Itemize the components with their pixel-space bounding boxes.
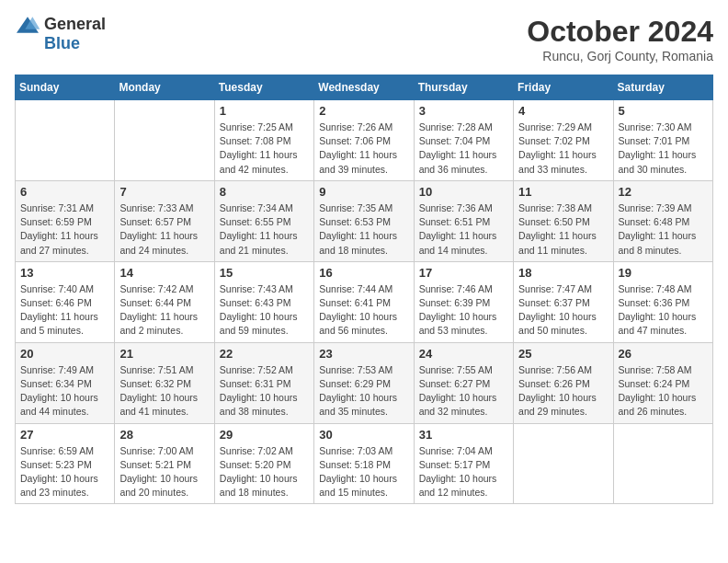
day-number: 16 xyxy=(319,266,408,280)
calendar-cell: 16Sunrise: 7:44 AM Sunset: 6:41 PM Dayli… xyxy=(314,261,414,342)
calendar-cell: 9Sunrise: 7:35 AM Sunset: 6:53 PM Daylig… xyxy=(314,180,414,261)
day-info: Sunrise: 7:25 AM Sunset: 7:08 PM Dayligh… xyxy=(220,121,309,177)
day-info: Sunrise: 7:26 AM Sunset: 7:06 PM Dayligh… xyxy=(319,121,408,177)
day-info: Sunrise: 7:55 AM Sunset: 6:27 PM Dayligh… xyxy=(419,363,508,419)
day-info: Sunrise: 7:42 AM Sunset: 6:44 PM Dayligh… xyxy=(119,282,209,339)
day-info: Sunrise: 7:52 AM Sunset: 6:31 PM Dayligh… xyxy=(220,363,309,419)
day-number: 8 xyxy=(220,185,309,199)
day-number: 9 xyxy=(319,185,408,199)
calendar-cell: 28Sunrise: 7:00 AM Sunset: 5:21 PM Dayli… xyxy=(115,423,214,504)
day-info: Sunrise: 7:30 AM Sunset: 7:01 PM Dayligh… xyxy=(619,121,708,177)
day-number: 14 xyxy=(119,266,209,280)
day-info: Sunrise: 7:53 AM Sunset: 6:29 PM Dayligh… xyxy=(319,363,408,419)
weekday-header-cell: Tuesday xyxy=(214,75,313,100)
calendar-cell: 19Sunrise: 7:48 AM Sunset: 6:36 PM Dayli… xyxy=(613,261,712,342)
day-info: Sunrise: 7:49 AM Sunset: 6:34 PM Dayligh… xyxy=(20,363,109,419)
day-number: 22 xyxy=(220,347,309,361)
day-number: 18 xyxy=(518,266,608,280)
day-info: Sunrise: 7:40 AM Sunset: 6:46 PM Dayligh… xyxy=(20,282,109,339)
day-number: 29 xyxy=(220,428,309,442)
day-number: 24 xyxy=(419,347,508,361)
day-info: Sunrise: 7:35 AM Sunset: 6:53 PM Dayligh… xyxy=(319,201,408,258)
day-info: Sunrise: 7:02 AM Sunset: 5:20 PM Dayligh… xyxy=(220,444,309,500)
day-number: 2 xyxy=(319,104,408,118)
calendar-week-row: 6Sunrise: 7:31 AM Sunset: 6:59 PM Daylig… xyxy=(16,180,713,261)
day-info: Sunrise: 7:28 AM Sunset: 7:04 PM Dayligh… xyxy=(419,121,508,177)
calendar-cell: 25Sunrise: 7:56 AM Sunset: 6:26 PM Dayli… xyxy=(514,342,613,423)
weekday-header-cell: Monday xyxy=(115,75,214,100)
calendar-cell: 1Sunrise: 7:25 AM Sunset: 7:08 PM Daylig… xyxy=(214,100,313,181)
calendar-cell: 27Sunrise: 6:59 AM Sunset: 5:23 PM Dayli… xyxy=(16,423,115,504)
calendar-cell: 10Sunrise: 7:36 AM Sunset: 6:51 PM Dayli… xyxy=(414,180,513,261)
day-number: 26 xyxy=(619,347,708,361)
day-number: 6 xyxy=(20,185,109,199)
day-info: Sunrise: 7:04 AM Sunset: 5:17 PM Dayligh… xyxy=(419,444,508,500)
day-number: 15 xyxy=(220,266,309,280)
calendar-cell: 11Sunrise: 7:38 AM Sunset: 6:50 PM Dayli… xyxy=(514,180,613,261)
calendar-body: 1Sunrise: 7:25 AM Sunset: 7:08 PM Daylig… xyxy=(16,100,713,504)
calendar-cell: 21Sunrise: 7:51 AM Sunset: 6:32 PM Dayli… xyxy=(115,342,214,423)
calendar-cell: 4Sunrise: 7:29 AM Sunset: 7:02 PM Daylig… xyxy=(514,100,613,181)
day-info: Sunrise: 7:44 AM Sunset: 6:41 PM Dayligh… xyxy=(319,282,408,339)
calendar-cell: 20Sunrise: 7:49 AM Sunset: 6:34 PM Dayli… xyxy=(16,342,115,423)
day-info: Sunrise: 7:36 AM Sunset: 6:51 PM Dayligh… xyxy=(419,201,508,258)
calendar-cell: 15Sunrise: 7:43 AM Sunset: 6:43 PM Dayli… xyxy=(214,261,313,342)
day-info: Sunrise: 7:34 AM Sunset: 6:55 PM Dayligh… xyxy=(220,201,309,258)
calendar-cell: 30Sunrise: 7:03 AM Sunset: 5:18 PM Dayli… xyxy=(314,423,414,504)
calendar-cell: 24Sunrise: 7:55 AM Sunset: 6:27 PM Dayli… xyxy=(414,342,513,423)
day-number: 3 xyxy=(419,104,508,118)
day-info: Sunrise: 7:47 AM Sunset: 6:37 PM Dayligh… xyxy=(518,282,608,339)
calendar-cell: 7Sunrise: 7:33 AM Sunset: 6:57 PM Daylig… xyxy=(115,180,214,261)
calendar-cell: 14Sunrise: 7:42 AM Sunset: 6:44 PM Dayli… xyxy=(115,261,214,342)
calendar-table: SundayMondayTuesdayWednesdayThursdayFrid… xyxy=(15,75,713,504)
location-title: Runcu, Gorj County, Romania xyxy=(527,49,713,63)
day-number: 11 xyxy=(518,185,608,199)
day-info: Sunrise: 7:31 AM Sunset: 6:59 PM Dayligh… xyxy=(20,201,109,258)
weekday-header-cell: Wednesday xyxy=(314,75,414,100)
calendar-cell: 17Sunrise: 7:46 AM Sunset: 6:39 PM Dayli… xyxy=(414,261,513,342)
day-number: 27 xyxy=(20,428,109,442)
calendar-cell: 29Sunrise: 7:02 AM Sunset: 5:20 PM Dayli… xyxy=(214,423,313,504)
weekday-header-cell: Sunday xyxy=(16,75,115,100)
day-number: 12 xyxy=(619,185,708,199)
calendar-cell xyxy=(115,100,214,181)
calendar-cell: 5Sunrise: 7:30 AM Sunset: 7:01 PM Daylig… xyxy=(613,100,712,181)
day-number: 19 xyxy=(619,266,708,280)
day-number: 13 xyxy=(20,266,109,280)
calendar-cell: 22Sunrise: 7:52 AM Sunset: 6:31 PM Dayli… xyxy=(214,342,313,423)
calendar-header-row: SundayMondayTuesdayWednesdayThursdayFrid… xyxy=(16,75,713,100)
calendar-cell: 13Sunrise: 7:40 AM Sunset: 6:46 PM Dayli… xyxy=(16,261,115,342)
calendar-cell: 8Sunrise: 7:34 AM Sunset: 6:55 PM Daylig… xyxy=(214,180,313,261)
day-info: Sunrise: 7:43 AM Sunset: 6:43 PM Dayligh… xyxy=(220,282,309,339)
weekday-header-cell: Friday xyxy=(514,75,613,100)
day-number: 28 xyxy=(119,428,209,442)
day-number: 25 xyxy=(518,347,608,361)
calendar-cell xyxy=(613,423,712,504)
weekday-header-cell: Thursday xyxy=(414,75,513,100)
calendar-cell xyxy=(514,423,613,504)
calendar-cell: 31Sunrise: 7:04 AM Sunset: 5:17 PM Dayli… xyxy=(414,423,513,504)
day-number: 20 xyxy=(20,347,109,361)
day-info: Sunrise: 7:56 AM Sunset: 6:26 PM Dayligh… xyxy=(518,363,608,419)
day-number: 10 xyxy=(419,185,508,199)
calendar-cell: 2Sunrise: 7:26 AM Sunset: 7:06 PM Daylig… xyxy=(314,100,414,181)
day-info: Sunrise: 7:03 AM Sunset: 5:18 PM Dayligh… xyxy=(319,444,408,500)
day-number: 21 xyxy=(119,347,209,361)
calendar-week-row: 13Sunrise: 7:40 AM Sunset: 6:46 PM Dayli… xyxy=(16,261,713,342)
calendar-cell: 6Sunrise: 7:31 AM Sunset: 6:59 PM Daylig… xyxy=(16,180,115,261)
day-info: Sunrise: 7:58 AM Sunset: 6:24 PM Dayligh… xyxy=(619,363,708,419)
day-number: 23 xyxy=(319,347,408,361)
logo-icon xyxy=(15,16,40,34)
calendar-cell: 26Sunrise: 7:58 AM Sunset: 6:24 PM Dayli… xyxy=(613,342,712,423)
day-info: Sunrise: 7:38 AM Sunset: 6:50 PM Dayligh… xyxy=(518,201,608,258)
calendar-cell: 12Sunrise: 7:39 AM Sunset: 6:48 PM Dayli… xyxy=(613,180,712,261)
day-info: Sunrise: 7:29 AM Sunset: 7:02 PM Dayligh… xyxy=(518,121,608,177)
day-info: Sunrise: 7:51 AM Sunset: 6:32 PM Dayligh… xyxy=(119,363,209,419)
day-info: Sunrise: 6:59 AM Sunset: 5:23 PM Dayligh… xyxy=(20,444,109,500)
calendar-cell: 23Sunrise: 7:53 AM Sunset: 6:29 PM Dayli… xyxy=(314,342,414,423)
weekday-header-cell: Saturday xyxy=(613,75,712,100)
logo-blue: Blue xyxy=(44,34,80,53)
title-block: October 2024 Runcu, Gorj County, Romania xyxy=(527,15,713,63)
day-info: Sunrise: 7:39 AM Sunset: 6:48 PM Dayligh… xyxy=(619,201,708,258)
day-number: 4 xyxy=(518,104,608,118)
